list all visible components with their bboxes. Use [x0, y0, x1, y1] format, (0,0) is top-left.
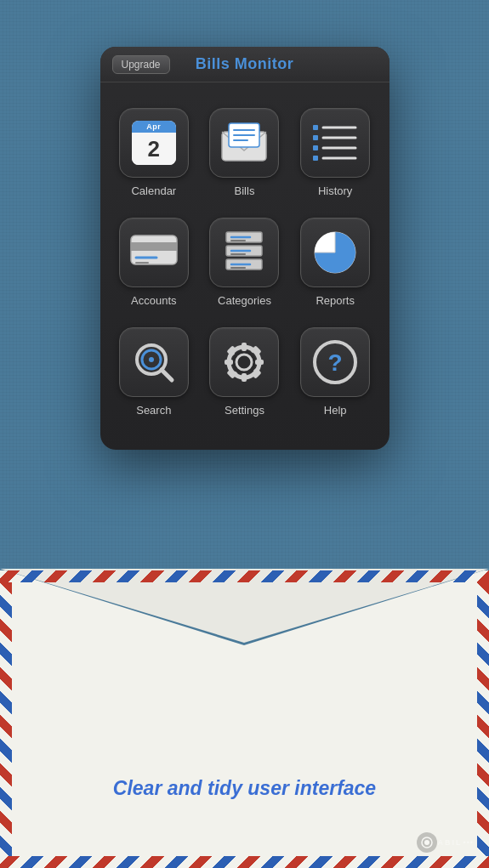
svg-rect-37 — [242, 343, 247, 351]
bills-icon-box — [209, 108, 279, 178]
categories-icon — [225, 232, 264, 273]
app-header: Upgrade Bills Monitor — [100, 47, 389, 82]
icon-grid: Apr 2 Calendar — [100, 82, 389, 450]
accounts-icon-box — [119, 218, 189, 287]
logo-icon — [417, 832, 437, 853]
bills-item[interactable]: Bills — [199, 99, 290, 209]
search-icon — [133, 341, 175, 383]
history-item[interactable]: History — [290, 99, 381, 209]
svg-rect-5 — [313, 125, 318, 130]
calendar-item[interactable]: Apr 2 Calendar — [109, 99, 200, 209]
cal-month: Apr — [132, 121, 176, 133]
search-item[interactable]: Search — [109, 319, 200, 428]
app-container: Upgrade Bills Monitor Apr 2 Calendar — [100, 47, 389, 450]
logo-dots: ••• — [463, 838, 474, 847]
envelope-tagline: Clear and tidy user interface — [26, 777, 463, 800]
reports-icon — [313, 230, 357, 275]
calendar-label: Calendar — [131, 184, 176, 197]
stripe-left — [0, 582, 12, 856]
bills-label: Bills — [235, 184, 255, 197]
svg-rect-40 — [255, 360, 264, 365]
envelope-body: Clear and tidy user interface — [0, 570, 489, 868]
svg-text:?: ? — [328, 349, 343, 376]
svg-line-32 — [162, 370, 172, 380]
svg-rect-14 — [131, 242, 177, 251]
reports-icon-box — [300, 218, 370, 287]
search-icon-box — [119, 327, 189, 397]
app-title: Bills Monitor — [196, 55, 294, 73]
stripe-right — [477, 582, 489, 856]
title-monitor: Monitor — [230, 55, 293, 72]
upgrade-button[interactable]: Upgrade — [112, 55, 170, 74]
calendar-icon-box: Apr 2 — [119, 108, 189, 178]
history-label: History — [318, 184, 352, 197]
accounts-item[interactable]: Accounts — [109, 209, 200, 319]
svg-rect-11 — [313, 156, 318, 161]
accounts-icon — [131, 235, 177, 269]
reports-label: Reports — [316, 294, 355, 307]
reports-item[interactable]: Reports — [290, 209, 381, 319]
title-bills: Bills — [196, 55, 230, 72]
help-icon-box: ? — [300, 327, 370, 397]
svg-rect-7 — [313, 135, 318, 140]
help-label: Help — [324, 404, 347, 417]
bottom-logo: ABIL ••• — [417, 832, 474, 853]
svg-rect-38 — [242, 373, 247, 382]
svg-rect-43 — [227, 369, 236, 378]
settings-label: Settings — [225, 404, 264, 417]
svg-rect-39 — [225, 360, 233, 365]
bills-icon — [220, 123, 268, 162]
svg-rect-9 — [313, 145, 318, 150]
categories-item[interactable]: Categories — [199, 209, 290, 319]
history-icon — [313, 123, 357, 162]
app-panel: Upgrade Bills Monitor Apr 2 Calendar — [100, 47, 389, 450]
svg-point-48 — [424, 840, 429, 845]
envelope-section: Clear and tidy user interface — [0, 545, 489, 868]
svg-point-31 — [149, 357, 154, 362]
categories-label: Categories — [218, 294, 271, 307]
logo-svg — [421, 837, 433, 848]
help-item[interactable]: ? Help — [290, 319, 381, 428]
help-icon: ? — [313, 340, 357, 384]
cal-body: 2 — [132, 133, 176, 165]
settings-item[interactable]: Settings — [199, 319, 290, 428]
calendar-icon: Apr 2 — [132, 121, 176, 165]
cal-day: 2 — [148, 138, 160, 160]
categories-icon-box — [209, 218, 279, 287]
accounts-label: Accounts — [131, 294, 176, 307]
envelope-tagline-area: Clear and tidy user interface — [26, 777, 463, 800]
stripe-bottom — [0, 856, 489, 868]
svg-rect-42 — [253, 345, 262, 355]
stripe-top — [0, 570, 489, 582]
history-icon-box — [300, 108, 370, 178]
search-label: Search — [136, 404, 171, 417]
settings-icon — [222, 340, 266, 384]
settings-icon-box — [209, 327, 279, 397]
logo-text: ABIL — [438, 838, 463, 847]
